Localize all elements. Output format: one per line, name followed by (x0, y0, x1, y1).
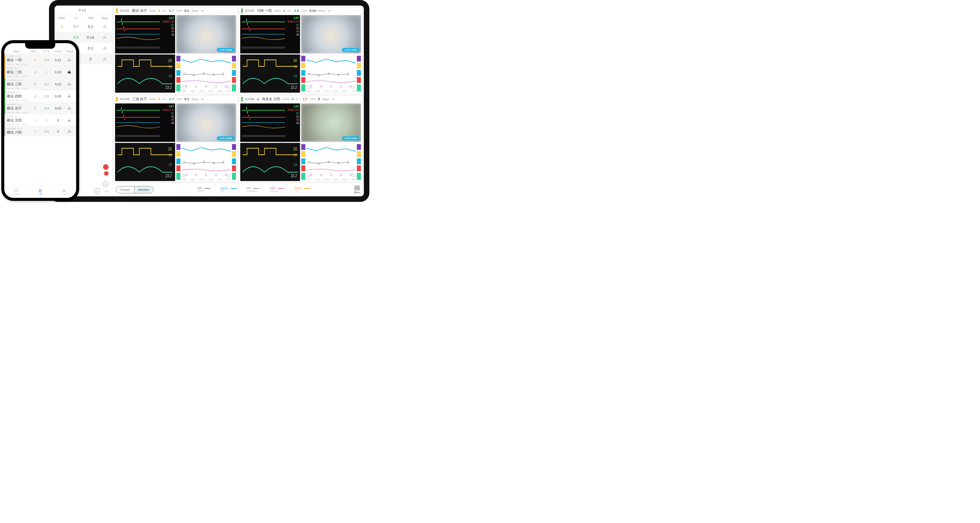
ventilator-tile[interactable]: 20121323.2 (240, 54, 300, 93)
vitals-monitor-tile[interactable]: 13794/68 (78)(5)(9)9845 (115, 15, 175, 54)
nav-list[interactable]: List (28, 186, 52, 198)
svg-text:12: 12 (169, 64, 172, 68)
patient-row[interactable]: HCU102 No.0横浜 四郎Days 20 · Age - · Sex M3… (4, 90, 76, 102)
trend-chart-tile[interactable]: ‹›15:5016:0016:1016:2016:3016:40 (301, 54, 361, 93)
tablet-device: P-1/2 EWS S.I. CSS Resp 50.70.10.80.140.… (49, 0, 369, 202)
patient-header[interactable]: ICU02川崎 一郎EWS1S.I.0.8CSS0.14Resp (239, 7, 362, 14)
patient-row[interactable]: ICU07 No.0横浜 二郎Days 20 · Age - · Sex M61… (4, 66, 76, 78)
svg-text:13: 13 (293, 162, 297, 166)
legend-spo2: SpO2(%) (220, 187, 237, 193)
legend-abp: ABP(mmHg) (270, 187, 284, 193)
sidebar-col-header: EWS S.I. CSS Resp (54, 15, 112, 21)
map-icon (14, 189, 19, 193)
svg-text:12: 12 (169, 153, 172, 157)
col-ews[interactable]: EWS⌄ (28, 50, 40, 53)
camera-tile[interactable]: LIVE VIEW (301, 15, 361, 54)
alert-dot-icon[interactable] (103, 164, 108, 170)
svg-point-1 (63, 189, 65, 191)
sidebar-row[interactable]: 50.70.1 (54, 21, 112, 32)
svg-text:12: 12 (293, 64, 297, 68)
bottom-bar: Viewer Monitor HR(bpm)SpO2(%)RR(count/mi… (112, 183, 364, 197)
ventilator-tile[interactable]: 20121323.2 (115, 54, 175, 93)
zoom-in-button[interactable]: + (103, 181, 108, 187)
col-resp[interactable]: Resp⇅ (64, 50, 76, 53)
svg-rect-0 (15, 190, 18, 192)
live-view-badge: LIVE VIEW (342, 48, 360, 52)
trend-next-button[interactable]: › (352, 174, 355, 177)
sidebar-header: P-1/2 (54, 6, 112, 15)
severity-stripe (241, 97, 243, 101)
ventilator-tile[interactable]: 20121323.2 (240, 143, 300, 181)
svg-text:20: 20 (168, 147, 172, 151)
svg-text:23.2: 23.2 (165, 85, 172, 90)
patient-header[interactable]: ICU01横浜 花子EWS5S.I.0.7CSS0.1Resp (114, 7, 237, 14)
svg-text:20: 20 (293, 147, 297, 151)
col-bed[interactable]: Bed⇅ (4, 50, 28, 53)
trend-prev-button[interactable]: ‹ (182, 174, 185, 177)
sort-icon: ⌄ (36, 51, 38, 53)
vitals-monitor-tile[interactable]: 13794/68 (78)(5)(9)9845 (240, 103, 300, 142)
phone-device: Bed⇅ EWS⌄ S.I.⇅ CSS⇅ Resp⇅ ICU06 No.04横浜… (1, 40, 79, 201)
legend-hr: HR(bpm) (197, 187, 210, 193)
phone-patient-list[interactable]: ICU06 No.04横浜 一郎Days 20 · Age - · Sex M6… (4, 54, 76, 186)
patient-row[interactable]: HCU103 No.04横浜 花子Days 20 · Age - · Sex F… (4, 102, 76, 114)
patient-header[interactable]: ICU04海老名 次郎EWS0S.I.1.7CSS0Resp (239, 96, 362, 103)
mode-toggle: Viewer Monitor (116, 186, 154, 193)
zoom-out-button[interactable]: − (94, 188, 100, 194)
viewer-mode-button[interactable]: Viewer (116, 186, 134, 193)
svg-text:12: 12 (293, 153, 297, 157)
lungs-icon (200, 8, 205, 13)
legend-rr: RR(count/min) (247, 187, 259, 193)
patient-row[interactable]: HCU202 No.04横浜 三郎Days 20 · Age - · Sex M… (4, 78, 76, 90)
nav-user[interactable]: User (52, 186, 76, 198)
lungs-icon (331, 97, 336, 101)
vitals-monitor-tile[interactable]: 13794/68 (78)(5)(9)9845 (115, 103, 175, 142)
trend-next-button[interactable]: › (227, 86, 231, 89)
legend-temp: Temp(°C) (294, 187, 310, 193)
patient-card: ICU01横浜 花子EWS5S.I.0.7CSS0.1Resp13794/68 … (114, 7, 237, 94)
patient-card: ICU02川崎 一郎EWS1S.I.0.8CSS0.14Resp13794/68… (239, 7, 363, 94)
si-label: S.I. (105, 190, 108, 193)
monitor-mode-button[interactable]: Monitor (134, 186, 153, 193)
patient-card: ICU04海老名 次郎EWS0S.I.1.7CSS0Resp13794/68 (… (239, 95, 363, 182)
severity-stripe (116, 97, 118, 101)
col-css[interactable]: CSS⇅ (52, 50, 64, 53)
patient-card: ICU03三浦 純子EWS5S.I.0.7CSS0.1Resp13794/68 … (114, 95, 237, 182)
patient-row[interactable]: ICU06 No.04横浜 一郎Days 20 · Age - · Sex M6… (4, 54, 76, 66)
trend-chart-tile[interactable]: ‹›15:5016:0016:1016:2016:3016:40 (301, 143, 361, 181)
camera-tile[interactable]: LIVE VIEW (176, 15, 236, 54)
col-si[interactable]: S.I.⇅ (40, 50, 52, 53)
svg-text:20: 20 (168, 58, 172, 63)
camera-tile[interactable]: LIVE VIEW (176, 103, 236, 142)
svg-text:13: 13 (169, 162, 172, 166)
svg-text:13: 13 (169, 74, 172, 78)
trend-prev-button[interactable]: ‹ (182, 86, 185, 89)
tablet-screen: P-1/2 EWS S.I. CSS Resp 50.70.10.80.140.… (54, 6, 364, 197)
trend-next-button[interactable]: › (352, 86, 355, 89)
camera-tile[interactable]: LIVE VIEW (301, 103, 361, 142)
phone-notch (25, 43, 55, 49)
tablet-main: ICU01横浜 花子EWS5S.I.0.7CSS0.1Resp13794/68 … (112, 6, 364, 197)
ventilator-tile[interactable]: 20121323.2 (115, 143, 175, 181)
status-dot-icon (257, 98, 259, 100)
user-icon (62, 189, 66, 193)
severity-stripe (116, 8, 118, 13)
lungs-icon (328, 8, 331, 13)
svg-text:23.2: 23.2 (165, 173, 172, 178)
patient-row[interactable]: ICU02 No.04横浜 五郎Days 20 · Age - · Sex M0… (4, 114, 76, 126)
patient-header[interactable]: ICU03三浦 純子EWS5S.I.0.7CSS0.1Resp (114, 96, 237, 103)
list-icon (38, 189, 43, 193)
trend-next-button[interactable]: › (227, 174, 231, 177)
menu-button[interactable]: Menu (354, 186, 360, 194)
trend-chart-tile[interactable]: ‹›15:5016:0016:1016:2016:3016:40 (176, 54, 236, 93)
live-view-badge: LIVE VIEW (217, 136, 234, 140)
phone-bottom-nav: 2D Map List User (4, 186, 76, 198)
severity-stripe (241, 8, 243, 13)
patient-row[interactable]: HCU204 No.03横浜 六郎00.60 (4, 126, 76, 136)
trend-chart-tile[interactable]: ‹›15:5016:0016:1016:2016:3016:40 (176, 143, 236, 181)
alert-dot-icon[interactable] (104, 171, 108, 176)
vitals-monitor-tile[interactable]: 13794/68 (78)(5)(9)9845 (240, 15, 300, 54)
sort-icon: ⇅ (72, 51, 74, 53)
nav-map[interactable]: 2D Map (4, 186, 28, 198)
lungs-icon (200, 97, 205, 101)
